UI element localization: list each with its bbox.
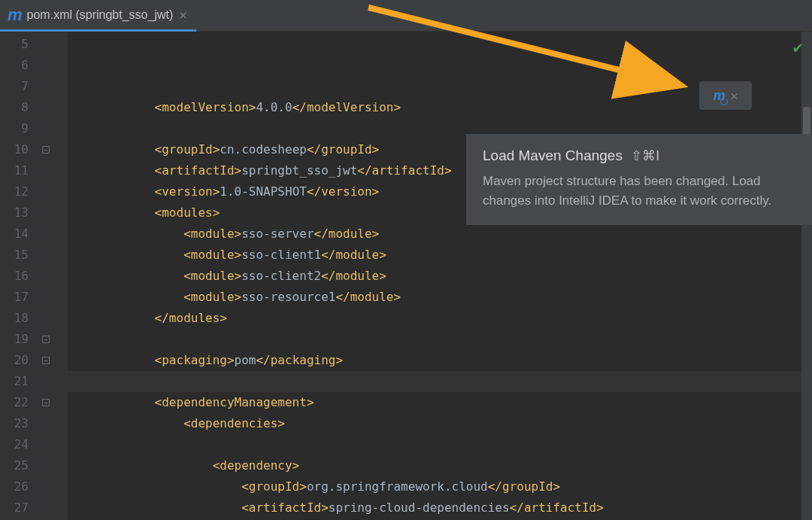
line-number: 25 [0, 455, 29, 476]
close-icon[interactable]: × [731, 89, 738, 103]
editor: 5678910111213141516171819202122232425262… [0, 32, 812, 520]
line-number: 17 [0, 287, 29, 308]
line-number: 21 [0, 371, 29, 392]
scroll-thumb[interactable] [803, 107, 810, 137]
fold-toggle-icon[interactable]: − [42, 146, 50, 154]
gutter: 5678910111213141516171819202122232425262… [0, 32, 38, 520]
line-number: 23 [0, 413, 29, 434]
line-number: 24 [0, 434, 29, 455]
code-line: <dependency> [68, 455, 812, 476]
code-line: <module>sso-resource1</module> [68, 287, 812, 308]
fold-column: −−−− [38, 32, 68, 520]
code-line: <module>sso-client1</module> [68, 245, 812, 266]
code-line [68, 434, 812, 455]
popup-shortcut: ⇧⌘I [631, 148, 659, 163]
line-number: 7 [0, 76, 29, 97]
popup-title-text: Load Maven Changes [483, 147, 623, 163]
code-line: <groupId>org.springframework.cloud</grou… [68, 476, 812, 497]
scroll-strip[interactable] [801, 32, 812, 520]
line-number: 6 [0, 55, 29, 76]
line-number: 12 [0, 181, 29, 202]
close-icon[interactable]: × [179, 10, 187, 20]
line-number: 10 [0, 139, 29, 160]
code-line: <dependencies> [68, 413, 812, 434]
code-line: <packaging>pom</packaging> [68, 350, 812, 371]
maven-icon: m [8, 5, 21, 25]
popup-body: Maven project structure has been changed… [483, 172, 795, 210]
line-number: 22 [0, 392, 29, 413]
code-line: </modules> [68, 308, 812, 329]
code-line [68, 329, 812, 350]
line-number: 8 [0, 97, 29, 118]
line-number: 20 [0, 350, 29, 371]
fold-toggle-icon[interactable]: − [42, 399, 50, 406]
line-number: 15 [0, 245, 29, 266]
code-line [68, 371, 812, 392]
maven-reload-icon: m [714, 88, 725, 104]
line-number: 11 [0, 160, 29, 181]
tab-pom-xml[interactable]: m pom.xml (springbt_sso_jwt) × [0, 0, 196, 32]
tab-bar: m pom.xml (springbt_sso_jwt) × [0, 0, 812, 32]
code-line: <artifactId>spring-cloud-dependencies</a… [68, 497, 812, 518]
line-number: 14 [0, 224, 29, 245]
line-number: 16 [0, 266, 29, 287]
line-number: 13 [0, 202, 29, 224]
tab-label: pom.xml (springbt_sso_jwt) [27, 8, 174, 22]
load-maven-changes-popup: Load Maven Changes ⇧⌘I Maven project str… [466, 134, 812, 225]
line-number: 19 [0, 329, 29, 350]
inspection-ok-icon[interactable]: ✔ [793, 38, 803, 56]
code-line: <dependencyManagement> [68, 392, 812, 413]
code-line: <module>sso-server</module> [68, 224, 812, 245]
fold-toggle-icon[interactable]: − [42, 336, 50, 343]
popup-title: Load Maven Changes ⇧⌘I [483, 147, 795, 164]
line-number: 18 [0, 308, 29, 329]
fold-toggle-icon[interactable]: − [42, 357, 50, 364]
maven-reload-widget[interactable]: m × [699, 81, 752, 110]
line-number: 5 [0, 34, 29, 55]
line-number: 26 [0, 476, 29, 497]
line-number: 9 [0, 118, 29, 139]
code-line: <module>sso-client2</module> [68, 266, 812, 287]
line-number: 27 [0, 497, 29, 518]
